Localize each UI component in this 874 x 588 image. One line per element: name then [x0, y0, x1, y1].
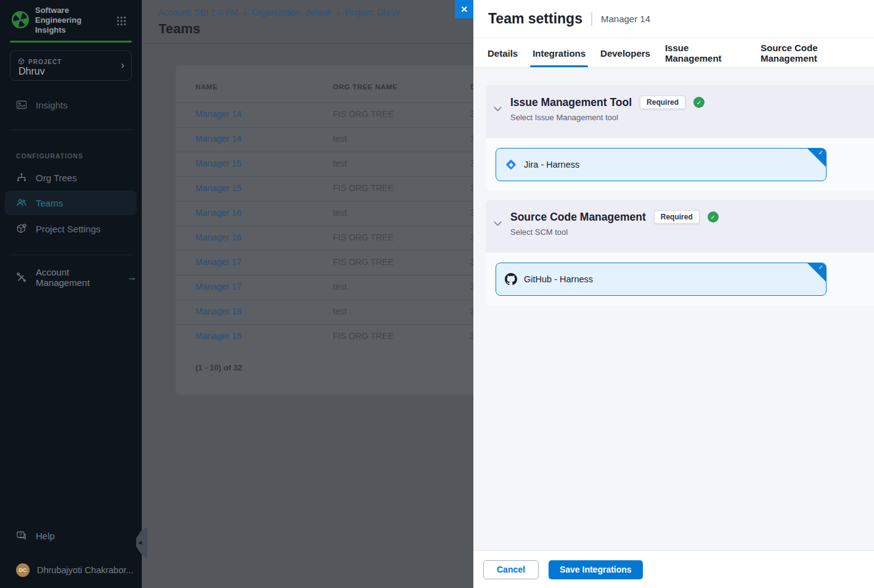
integration-card-jira[interactable]: Jira - Harness ✓: [496, 148, 827, 181]
team-link[interactable]: Manager 16: [195, 232, 242, 242]
org-tree-cell: test: [333, 134, 347, 144]
project-name: Dhruv: [18, 66, 45, 77]
required-badge: Required: [640, 96, 685, 109]
column-header-org-tree: ORG TREE NAME: [333, 83, 398, 91]
tab-integrations[interactable]: Integrations: [533, 39, 586, 67]
drawer-header: Team settings Manager 14: [473, 0, 874, 38]
sidebar-item-project-settings[interactable]: Project Settings: [5, 216, 137, 241]
table-row[interactable]: Manager 15 FIS ORG TREE 3: [176, 176, 473, 201]
breadcrumb-account[interactable]: Account: SEI 2.0 PM: [158, 7, 238, 17]
team-link[interactable]: Manager 17: [195, 257, 242, 267]
table-row[interactable]: Manager 17 FIS ORG TREE 3: [176, 250, 473, 275]
chevron-down-icon[interactable]: [494, 104, 502, 112]
drawer-body: Issue Management Tool Required ✓ Select …: [473, 68, 874, 550]
insights-icon: [16, 99, 27, 110]
table-row[interactable]: Manager 14 test 3: [176, 127, 473, 152]
org-tree-cell: FIS ORG TREE: [333, 257, 394, 267]
sidebar-item-insights[interactable]: Insights: [5, 92, 137, 117]
section-title: Source Code Management: [510, 211, 646, 224]
table-row[interactable]: Manager 14 FIS ORG TREE 3: [176, 102, 473, 127]
sidebar-item-account-management[interactable]: Account Management →: [5, 265, 137, 290]
org-trees-icon: [16, 172, 27, 183]
cancel-button[interactable]: Cancel: [483, 560, 539, 579]
chevron-down-icon[interactable]: [494, 218, 502, 226]
team-link[interactable]: Manager 15: [195, 158, 242, 168]
save-integrations-button[interactable]: Save Integrations: [549, 560, 643, 579]
project-settings-icon: [16, 223, 27, 234]
github-icon: [505, 273, 517, 285]
section-subtitle: Select Issue Management tool: [510, 113, 870, 122]
table-row[interactable]: Manager 18 FIS ORG TREE 3: [176, 324, 473, 349]
help-chat-icon: ?: [16, 530, 27, 541]
section-title: Issue Management Tool: [510, 96, 632, 109]
teams-table-card: NAME ORG TREE NAME D Manager 14 FIS ORG …: [176, 65, 473, 394]
table-row[interactable]: Manager 15 test 3: [176, 152, 473, 176]
jira-icon: [505, 158, 517, 171]
teams-page: Account: SEI 2.0 PM › Organization: defa…: [142, 0, 473, 588]
sidebar-item-teams[interactable]: Teams: [5, 190, 137, 215]
drawer-title: Team settings: [488, 10, 582, 27]
column-header-name: NAME: [195, 83, 218, 91]
pagination-status: (1 - 10) of 32: [195, 363, 242, 372]
sidebar-item-label: Account Management: [36, 267, 122, 288]
team-link[interactable]: Manager 18: [195, 331, 242, 341]
teams-icon: [16, 197, 27, 208]
team-link[interactable]: Manager 18: [195, 306, 242, 316]
org-tree-cell: FIS ORG TREE: [333, 331, 394, 341]
title-separator: [591, 12, 592, 26]
sidebar-item-org-trees[interactable]: Org Trees: [5, 165, 137, 190]
success-check-icon: ✓: [693, 97, 705, 108]
org-tree-cell: test: [333, 158, 347, 168]
section-body: GitHub - Harness ✓: [486, 253, 874, 306]
breadcrumb-organization[interactable]: Organization: default: [252, 7, 332, 17]
svg-text:?: ?: [19, 532, 22, 537]
app-grid-icon[interactable]: [116, 16, 126, 26]
table-row[interactable]: Manager 16 FIS ORG TREE 3: [176, 226, 473, 250]
drawer-close-button[interactable]: ✕: [455, 0, 473, 18]
table-row[interactable]: Manager 16 test 3: [176, 201, 473, 226]
sidebar-accent-divider: [10, 41, 132, 43]
table-row[interactable]: Manager 17 test 3: [176, 275, 473, 300]
drawer-footer: Cancel Save Integrations: [473, 550, 874, 588]
harness-sei-logo-icon: [11, 10, 30, 29]
project-label: PROJECT: [28, 59, 62, 65]
project-selector[interactable]: PROJECT Dhruv ›: [10, 51, 132, 81]
tab-issue-management[interactable]: Issue Management: [665, 39, 746, 67]
org-tree-cell: FIS ORG TREE: [333, 232, 394, 242]
drawer-subtitle: Manager 14: [601, 14, 650, 24]
breadcrumb-separator-icon: ›: [243, 8, 246, 17]
issue-management-section: Issue Management Tool Required ✓ Select …: [486, 85, 874, 191]
team-link[interactable]: Manager 17: [195, 282, 242, 292]
page-header-divider: [142, 43, 473, 44]
app-root: Software Engineering Insights PROJECT Dh…: [0, 0, 874, 588]
arrow-right-icon: →: [127, 272, 137, 283]
sidebar-item-label: Project Settings: [36, 224, 100, 234]
source-code-management-section-header[interactable]: Source Code Management Required ✓ Select…: [486, 200, 874, 253]
sidebar: Software Engineering Insights PROJECT Dh…: [0, 0, 142, 588]
breadcrumb-project[interactable]: Project: Dhruv: [345, 7, 400, 17]
selected-check-icon: ✓: [819, 149, 823, 156]
integration-card-github[interactable]: GitHub - Harness ✓: [496, 263, 827, 296]
success-check-icon: ✓: [708, 211, 719, 223]
team-link[interactable]: Manager 16: [195, 208, 242, 218]
issue-management-section-header[interactable]: Issue Management Tool Required ✓ Select …: [486, 85, 874, 138]
breadcrumb: Account: SEI 2.0 PM › Organization: defa…: [158, 7, 400, 17]
org-tree-cell: test: [333, 282, 347, 292]
tab-source-code-management[interactable]: Source Code Management: [761, 39, 874, 67]
org-tree-cell: test: [333, 208, 347, 218]
required-badge: Required: [654, 210, 700, 224]
sidebar-item-label: Insights: [36, 100, 68, 110]
user-menu[interactable]: DC Dhrubajyoti Chakrabor...: [5, 558, 137, 582]
sidebar-divider: [10, 129, 132, 130]
table-row[interactable]: Manager 18 test 3: [176, 300, 473, 324]
tab-developers[interactable]: Developers: [600, 39, 650, 67]
team-link[interactable]: Manager 14: [195, 134, 242, 144]
team-link[interactable]: Manager 14: [195, 109, 242, 119]
drawer-tab-bar: Details Integrations Developers Issue Ma…: [473, 39, 874, 68]
team-link[interactable]: Manager 15: [195, 183, 242, 193]
sidebar-item-help[interactable]: ? Help: [5, 523, 137, 548]
product-title: Software Engineering Insights: [35, 6, 108, 35]
avatar: DC: [16, 563, 30, 577]
tab-details[interactable]: Details: [488, 39, 518, 67]
team-settings-drawer: Team settings Manager 14 Details Integra…: [473, 0, 874, 588]
